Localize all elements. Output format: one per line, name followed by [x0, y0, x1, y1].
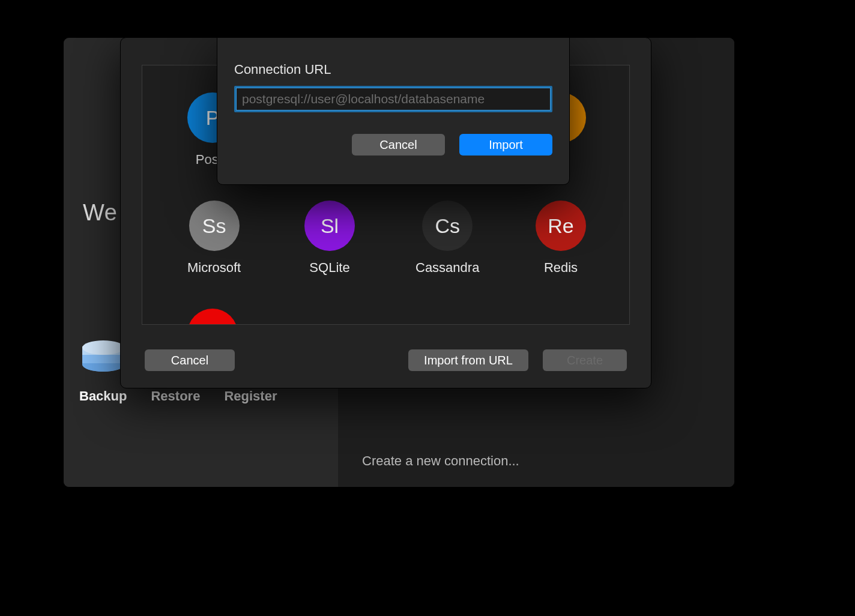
- dialog-import-button[interactable]: Import: [459, 134, 552, 156]
- cassandra-icon: Cs: [422, 201, 473, 251]
- db-option-microsoft[interactable]: Ss Microsoft: [187, 201, 241, 276]
- register-label: Register: [224, 388, 277, 404]
- sqlite-label: SQLite: [309, 260, 349, 276]
- db-option-cassandra[interactable]: Cs Cassandra: [415, 201, 479, 276]
- redis-icon: Re: [536, 201, 586, 251]
- sqlite-icon: Sl: [304, 201, 355, 251]
- create-button[interactable]: Create: [543, 349, 627, 371]
- oracle-icon: [187, 309, 238, 325]
- dialog-title: Connection URL: [234, 62, 552, 77]
- create-connection-hint: Create a new connection...: [362, 453, 519, 469]
- cassandra-label: Cassandra: [415, 260, 479, 276]
- import-from-url-button[interactable]: Import from URL: [408, 349, 528, 371]
- restore-label: Restore: [151, 388, 200, 404]
- dialog-cancel-button[interactable]: Cancel: [352, 134, 445, 156]
- dialog-button-row: Cancel Import: [234, 134, 552, 156]
- connection-url-input[interactable]: [234, 86, 552, 112]
- redis-label: Redis: [544, 260, 578, 276]
- db-option-sqlite[interactable]: Sl SQLite: [304, 201, 355, 276]
- db-option-redis[interactable]: Re Redis: [536, 201, 586, 276]
- microsoft-icon: Ss: [189, 201, 240, 251]
- microsoft-label: Microsoft: [187, 260, 241, 276]
- db-option-oracle[interactable]: [187, 309, 238, 325]
- cancel-button[interactable]: Cancel: [145, 349, 235, 371]
- connection-url-dialog: Connection URL Cancel Import: [217, 37, 570, 185]
- database-icon: [82, 336, 124, 378]
- panel-button-row: Cancel Import from URL Create: [121, 349, 651, 371]
- welcome-heading: We: [83, 200, 117, 226]
- backup-label: Backup: [79, 388, 127, 404]
